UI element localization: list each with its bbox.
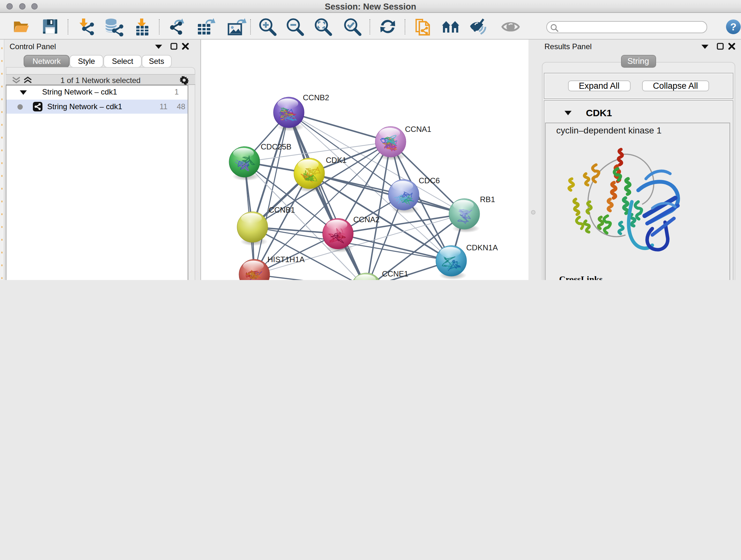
svg-text:?: ? — [730, 21, 736, 33]
svg-text:CCNB1: CCNB1 — [269, 206, 295, 214]
svg-text:CCNA1: CCNA1 — [405, 125, 431, 133]
svg-text:CCNB2: CCNB2 — [303, 93, 329, 102]
svg-text:CDK1: CDK1 — [326, 156, 347, 165]
svg-text:CDC25B: CDC25B — [261, 142, 291, 151]
svg-text:RB1: RB1 — [480, 195, 495, 204]
svg-text:CCNE1: CCNE1 — [382, 269, 408, 278]
svg-text:CDKN1A: CDKN1A — [466, 243, 498, 252]
svg-text:CCNA2: CCNA2 — [353, 215, 380, 224]
svg-text:CDC6: CDC6 — [419, 176, 440, 185]
svg-text:HIST1H1A: HIST1H1A — [267, 255, 305, 264]
